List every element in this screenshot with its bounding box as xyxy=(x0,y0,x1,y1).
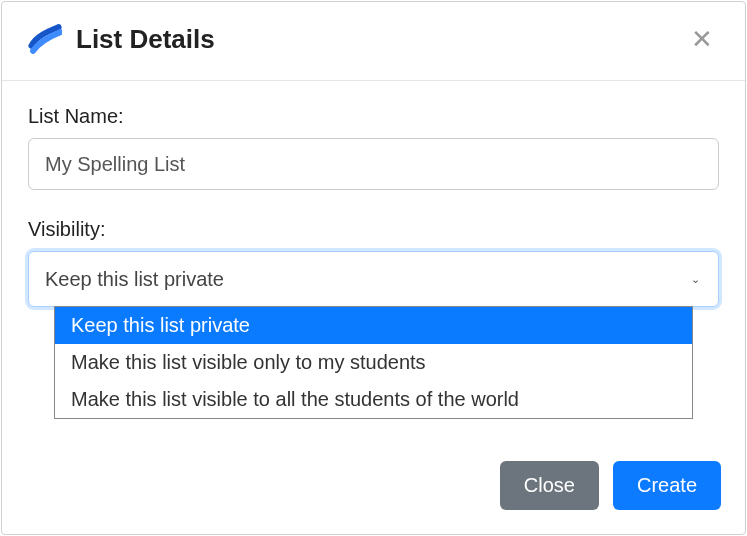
modal-dialog: List Details ✕ List Name: Visibility: Ke… xyxy=(1,1,746,535)
close-icon[interactable]: ✕ xyxy=(685,24,719,54)
visibility-option[interactable]: Make this list visible to all the studen… xyxy=(55,381,692,418)
visibility-selected-value: Keep this list private xyxy=(45,268,224,291)
visibility-option[interactable]: Keep this list private xyxy=(55,307,692,344)
chevron-down-icon: ⌄ xyxy=(691,273,700,286)
visibility-select[interactable]: Keep this list private ⌄ xyxy=(28,251,719,307)
visibility-dropdown: Keep this list private Make this list vi… xyxy=(54,306,693,419)
visibility-label: Visibility: xyxy=(28,218,719,241)
list-name-field: List Name: xyxy=(28,105,719,190)
visibility-field: Visibility: Keep this list private ⌄ Kee… xyxy=(28,218,719,307)
modal-footer: Close Create xyxy=(2,449,745,534)
list-name-input[interactable] xyxy=(28,138,719,190)
visibility-option[interactable]: Make this list visible only to my studen… xyxy=(55,344,692,381)
create-button[interactable]: Create xyxy=(613,461,721,510)
close-button[interactable]: Close xyxy=(500,461,599,510)
modal-body: List Name: Visibility: Keep this list pr… xyxy=(2,81,745,449)
modal-header: List Details ✕ xyxy=(2,2,745,81)
app-logo-icon xyxy=(28,22,62,56)
header-left: List Details xyxy=(28,22,215,56)
modal-title: List Details xyxy=(76,24,215,55)
list-name-label: List Name: xyxy=(28,105,719,128)
